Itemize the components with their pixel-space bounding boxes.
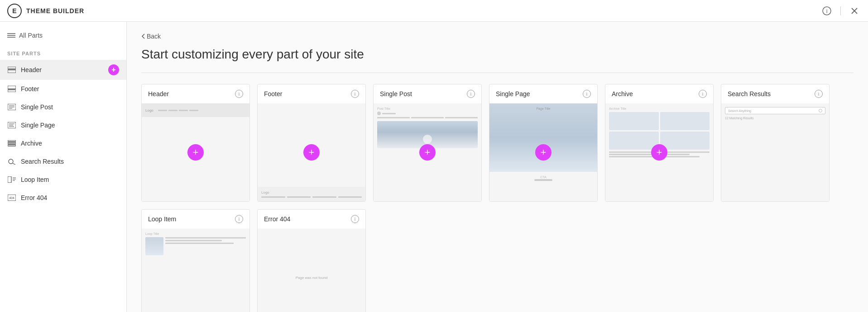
site-parts-section-label: SITE PARTS — [0, 44, 126, 60]
sidebar-loop-item-label: Loop Item — [21, 176, 119, 183]
single-post-card[interactable]: Single Post i Post Title — [373, 84, 482, 202]
loop-item-card-preview: Loop Title — [142, 229, 249, 312]
archive-card-header: Archive i — [605, 84, 713, 103]
svg-rect-7 — [8, 67, 16, 69]
svg-rect-19 — [8, 140, 16, 141]
archive-card[interactable]: Archive i Archive Title — [605, 84, 714, 202]
top-bar-left: E THEME BUILDER — [7, 4, 84, 18]
close-button[interactable] — [848, 5, 861, 17]
top-bar: E THEME BUILDER i — [0, 0, 868, 22]
single-post-card-preview: Post Title + — [374, 103, 481, 201]
loop-preview-title: Loop Title — [145, 232, 246, 235]
close-icon — [851, 7, 858, 15]
top-bar-divider — [840, 6, 841, 15]
footer-card-label: Footer — [264, 90, 282, 98]
sidebar-item-single-post[interactable]: Single Post — [0, 98, 126, 116]
sidebar-item-single-page[interactable]: Single Page — [0, 116, 126, 134]
footer-card[interactable]: Footer i Logo + — [257, 84, 366, 202]
app-title: THEME BUILDER — [26, 7, 84, 15]
loop-item-icon — [7, 175, 16, 184]
archive-add-button[interactable]: + — [651, 144, 667, 161]
all-parts-label: All Parts — [19, 32, 43, 39]
single-post-card-label: Single Post — [380, 90, 412, 98]
single-post-preview-title: Post Title — [377, 107, 478, 110]
search-preview-count: 12 Matching Results — [725, 117, 825, 120]
search-results-icon — [7, 157, 16, 166]
single-post-preview-mock: Post Title — [377, 107, 478, 148]
hamburger-icon — [7, 33, 15, 38]
svg-text:i: i — [826, 8, 828, 15]
single-post-add-button[interactable]: + — [419, 144, 436, 161]
archive-card-label: Archive — [612, 90, 633, 98]
footer-card-preview: Logo + — [258, 103, 365, 201]
svg-rect-21 — [8, 145, 16, 146]
sidebar-header-label: Header — [21, 66, 104, 73]
svg-point-22 — [9, 159, 13, 164]
sidebar-archive-label: Archive — [21, 140, 119, 147]
svg-rect-10 — [8, 90, 16, 92]
sidebar-item-header[interactable]: Header + — [0, 60, 126, 80]
footer-preview-logo: Logo — [261, 190, 362, 195]
archive-card-preview: Archive Title — [605, 103, 713, 201]
single-page-card-preview: Page Title CTA + — [489, 103, 597, 201]
page-title: Start customizing every part of your sit… — [141, 47, 854, 62]
archive-preview-title: Archive Title — [609, 107, 710, 110]
content-area: Back Start customizing every part of you… — [127, 22, 868, 312]
error-404-card-info[interactable]: i — [351, 215, 359, 223]
error-404-preview-mock: Page was not found — [296, 276, 328, 280]
loop-item-card-info[interactable]: i — [235, 215, 243, 223]
search-results-card[interactable]: Search Results i Search Anything 12 Matc… — [721, 84, 830, 202]
sidebar-search-results-label: Search Results — [21, 158, 119, 165]
archive-card-info[interactable]: i — [699, 90, 707, 98]
header-preview-mock: Logo — [142, 103, 249, 117]
back-link[interactable]: Back — [141, 33, 854, 40]
search-results-card-preview: Search Anything 12 Matching Results — [721, 103, 829, 201]
back-chevron-icon — [141, 34, 145, 39]
footer-card-info[interactable]: i — [351, 90, 359, 98]
main-layout: All Parts SITE PARTS Header + — [0, 22, 868, 312]
header-card-preview: Logo + — [142, 103, 249, 201]
top-bar-right: i — [820, 5, 861, 17]
archive-icon — [7, 139, 16, 148]
single-page-card-info[interactable]: i — [583, 90, 591, 98]
header-card[interactable]: Header i Logo + — [141, 84, 250, 202]
sidebar-single-page-label: Single Page — [21, 122, 119, 129]
footer-icon — [7, 84, 16, 93]
search-results-preview-mock: Search Anything 12 Matching Results — [725, 107, 825, 120]
error-404-card-preview: Page was not found — [258, 229, 365, 312]
sidebar-item-error-404[interactable]: 404 Error 404 — [0, 189, 126, 207]
sidebar-item-footer[interactable]: Footer — [0, 80, 126, 98]
search-results-card-info[interactable]: i — [815, 90, 823, 98]
search-results-card-header: Search Results i — [721, 84, 829, 103]
app-container: E THEME BUILDER i — [0, 0, 868, 312]
svg-text:404: 404 — [9, 196, 14, 200]
sidebar-single-post-label: Single Post — [21, 103, 119, 111]
loop-item-preview-mock: Loop Title — [145, 232, 246, 255]
error-404-icon: 404 — [7, 193, 16, 202]
footer-preview-mock: Logo — [258, 187, 365, 201]
sidebar-all-parts[interactable]: All Parts — [0, 27, 126, 44]
single-page-icon — [7, 121, 16, 130]
error-404-card[interactable]: Error 404 i Page was not found — [257, 209, 366, 312]
sidebar-error-404-label: Error 404 — [21, 194, 119, 201]
sidebar-item-loop-item[interactable]: Loop Item — [0, 171, 126, 189]
sidebar-item-search-results[interactable]: Search Results — [0, 152, 126, 171]
sidebar-header-add[interactable]: + — [108, 64, 119, 75]
loop-item-card-header: Loop Item i — [142, 210, 249, 229]
header-card-label: Header — [148, 90, 169, 98]
help-button[interactable]: i — [820, 5, 833, 17]
single-page-card-label: Single Page — [496, 90, 530, 98]
search-preview-text: Search Anything — [728, 109, 751, 112]
footer-add-button[interactable]: + — [303, 144, 320, 161]
error-404-preview-text: Page was not found — [296, 276, 328, 280]
sidebar-item-archive[interactable]: Archive — [0, 134, 126, 152]
sidebar-footer-label: Footer — [21, 85, 119, 93]
single-page-card[interactable]: Single Page i Page Title CTA — [489, 84, 598, 202]
header-card-info[interactable]: i — [235, 90, 243, 98]
svg-rect-20 — [8, 142, 16, 144]
single-page-add-button[interactable]: + — [535, 144, 551, 161]
svg-line-23 — [13, 163, 15, 165]
loop-item-card[interactable]: Loop Item i Loop Title — [141, 209, 250, 312]
header-add-button[interactable]: + — [187, 144, 204, 161]
single-post-card-info[interactable]: i — [467, 90, 475, 98]
